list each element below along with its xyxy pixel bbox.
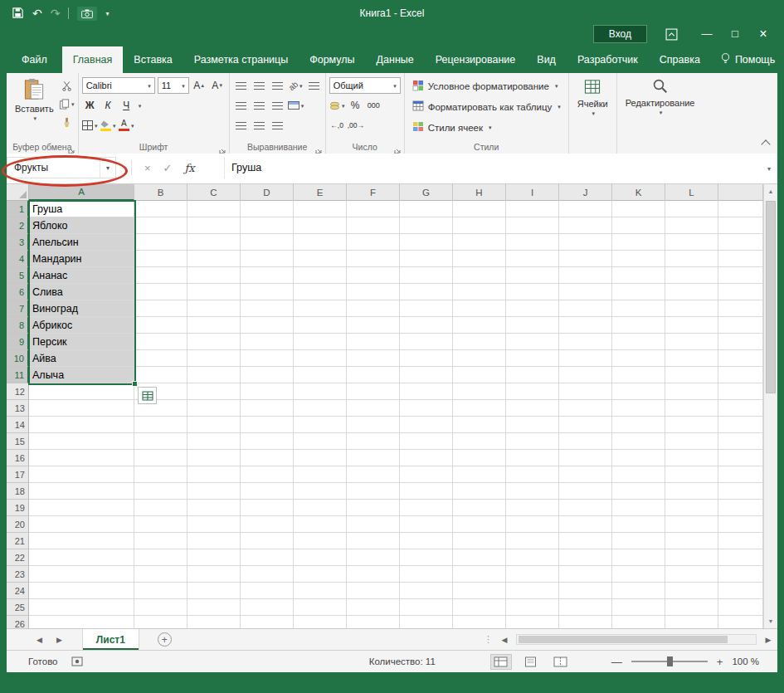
cell-C16[interactable] <box>187 450 241 466</box>
conditional-formatting-button[interactable]: Условное форматирование ▾ <box>408 76 565 96</box>
cell-F12[interactable] <box>347 383 400 400</box>
cell-A16[interactable] <box>29 450 134 466</box>
decrease-decimal-button[interactable]: ,00→ <box>348 117 364 134</box>
column-header-K[interactable]: K <box>612 184 665 201</box>
cell-I19[interactable] <box>506 500 559 516</box>
percent-style-button[interactable]: % <box>348 97 363 114</box>
cell-D14[interactable] <box>241 417 294 433</box>
zoom-slider[interactable] <box>631 661 708 662</box>
column-header-F[interactable]: F <box>347 184 400 201</box>
cell-I22[interactable] <box>506 549 559 566</box>
cell-G13[interactable] <box>400 400 453 417</box>
cell-I7[interactable] <box>506 300 559 317</box>
cell-K14[interactable] <box>612 417 665 433</box>
cell-A7[interactable]: Виноград <box>29 300 134 317</box>
cell-A15[interactable] <box>29 433 134 450</box>
cell-I13[interactable] <box>506 400 559 417</box>
cell-E24[interactable] <box>294 583 347 599</box>
macro-record-icon[interactable] <box>71 656 83 666</box>
cell-C8[interactable] <box>187 317 241 334</box>
cell-C19[interactable] <box>187 500 241 516</box>
row-header-20[interactable]: 20 <box>7 516 29 533</box>
align-top-button[interactable] <box>233 77 249 94</box>
cell-G1[interactable] <box>400 201 453 217</box>
cell-G21[interactable] <box>400 533 453 549</box>
wrap-text-button[interactable] <box>306 77 322 94</box>
cell-G9[interactable] <box>400 334 453 350</box>
cell-J11[interactable] <box>559 367 612 383</box>
cell-E18[interactable] <box>294 483 347 500</box>
cell-I2[interactable] <box>506 217 559 234</box>
cell-D12[interactable] <box>241 383 294 400</box>
row-header-22[interactable]: 22 <box>7 549 29 566</box>
cell-I21[interactable] <box>506 533 559 549</box>
cell-B20[interactable] <box>134 516 187 533</box>
cell-F23[interactable] <box>347 566 400 583</box>
collapse-ribbon-icon[interactable] <box>761 139 770 149</box>
column-header-B[interactable]: B <box>134 184 187 201</box>
cell-F19[interactable] <box>347 500 400 516</box>
cell-C22[interactable] <box>187 549 241 566</box>
cell-A10[interactable]: Айва <box>29 350 134 367</box>
scroll-up-icon[interactable]: ▲ <box>764 184 777 198</box>
cell-C17[interactable] <box>187 466 241 483</box>
cell-E5[interactable] <box>294 267 347 284</box>
increase-decimal-button[interactable]: ←,0 <box>329 117 345 134</box>
cell-G8[interactable] <box>400 317 453 334</box>
column-header-I[interactable]: I <box>506 184 559 201</box>
cell-D26[interactable] <box>241 616 294 628</box>
cell-C3[interactable] <box>187 234 241 251</box>
cell-L4[interactable] <box>665 251 718 267</box>
select-all-corner[interactable] <box>7 184 29 201</box>
cell-I15[interactable] <box>506 433 559 450</box>
cell-D16[interactable] <box>241 450 294 466</box>
cell-J8[interactable] <box>559 317 612 334</box>
cell-A18[interactable] <box>29 483 134 500</box>
cell-L17[interactable] <box>665 466 718 483</box>
cell-G23[interactable] <box>400 566 453 583</box>
add-sheet-button[interactable]: + <box>158 632 172 647</box>
cell-K15[interactable] <box>612 433 665 450</box>
cell-I1[interactable] <box>506 201 559 217</box>
hscroll-right-icon[interactable]: ▶ <box>762 636 774 644</box>
cell-D25[interactable] <box>241 599 294 616</box>
cell-H17[interactable] <box>453 466 506 483</box>
cell-D5[interactable] <box>241 267 294 284</box>
cell-G19[interactable] <box>400 500 453 516</box>
cell-E1[interactable] <box>294 201 347 217</box>
cell-H5[interactable] <box>453 267 506 284</box>
cell-L6[interactable] <box>665 284 718 300</box>
cell-C13[interactable] <box>187 400 241 417</box>
cell-D17[interactable] <box>241 466 294 483</box>
cell-styles-button[interactable]: Стили ячеек ▾ <box>408 117 565 138</box>
cell-E10[interactable] <box>294 350 347 367</box>
cell-F4[interactable] <box>347 251 400 267</box>
cell-B4[interactable] <box>134 251 187 267</box>
cell-C23[interactable] <box>187 566 241 583</box>
cell-G22[interactable] <box>400 549 453 566</box>
cell-J9[interactable] <box>559 334 612 350</box>
zoom-level-label[interactable]: 100 % <box>732 656 759 666</box>
cell-K3[interactable] <box>612 234 665 251</box>
cell-L11[interactable] <box>665 367 718 383</box>
cell-G20[interactable] <box>400 516 453 533</box>
cell-I20[interactable] <box>506 516 559 533</box>
row-header-18[interactable]: 18 <box>7 483 29 500</box>
cell-H15[interactable] <box>453 433 506 450</box>
cell-L14[interactable] <box>665 417 718 433</box>
normal-view-button[interactable] <box>490 654 512 670</box>
cell-D4[interactable] <box>241 251 294 267</box>
underline-button[interactable]: Ч <box>119 97 134 114</box>
maximize-button[interactable]: □ <box>721 25 749 43</box>
cell-C26[interactable] <box>187 616 241 628</box>
row-header-1[interactable]: 1 <box>7 201 29 217</box>
cell-K17[interactable] <box>612 466 665 483</box>
cell-J4[interactable] <box>559 251 612 267</box>
cell-J23[interactable] <box>559 566 612 583</box>
cell-J26[interactable] <box>559 616 612 628</box>
cell-F11[interactable] <box>347 367 400 383</box>
merge-center-button[interactable]: ▾ <box>288 97 304 114</box>
cell-G4[interactable] <box>400 251 453 267</box>
cell-B16[interactable] <box>134 450 187 466</box>
cell-C18[interactable] <box>187 483 241 500</box>
